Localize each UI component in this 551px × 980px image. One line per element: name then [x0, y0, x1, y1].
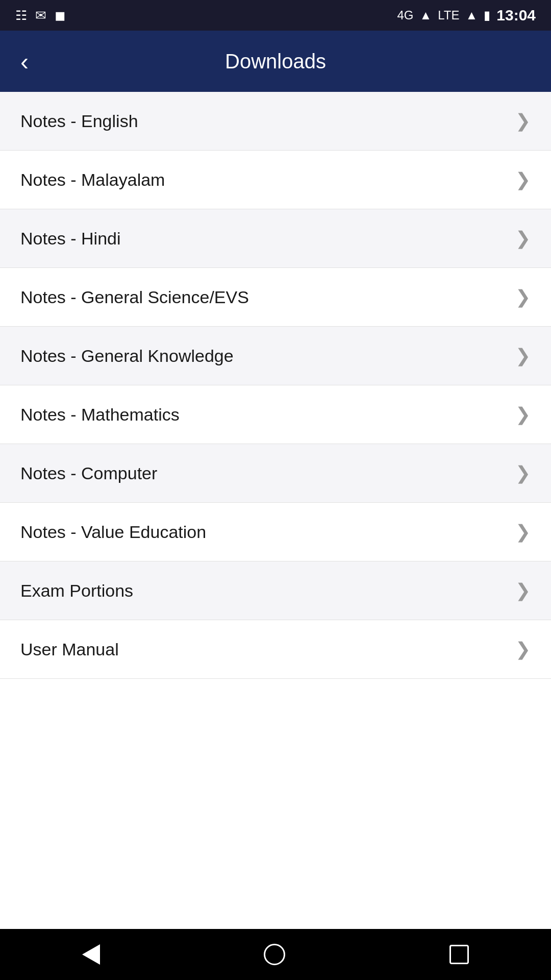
status-bar-left-icons: ☷ ✉ ◼	[15, 8, 66, 23]
list-item[interactable]: Notes - Computer❯	[0, 444, 551, 503]
message-icon: ☷	[15, 8, 27, 23]
chevron-right-icon: ❯	[515, 228, 531, 249]
chevron-right-icon: ❯	[515, 110, 531, 132]
list-item-label: Exam Portions	[20, 581, 133, 601]
lte-label: LTE	[438, 8, 459, 22]
lte-signal-icon: ▲	[466, 8, 478, 22]
time-display: 13:04	[496, 7, 536, 24]
chevron-right-icon: ❯	[515, 404, 531, 425]
chevron-right-icon: ❯	[515, 521, 531, 543]
list-item-label: Notes - Hindi	[20, 229, 121, 249]
chevron-right-icon: ❯	[515, 169, 531, 190]
list-item-label: Notes - Malayalam	[20, 170, 165, 190]
list-item[interactable]: Notes - Mathematics❯	[0, 385, 551, 444]
chevron-right-icon: ❯	[515, 345, 531, 366]
list-item-label: Notes - English	[20, 111, 138, 131]
list-item[interactable]: Exam Portions❯	[0, 561, 551, 620]
chevron-right-icon: ❯	[515, 580, 531, 601]
list-item[interactable]: Notes - Hindi❯	[0, 209, 551, 268]
nav-home-button[interactable]	[264, 944, 285, 965]
list-item[interactable]: Notes - General Science/EVS❯	[0, 268, 551, 327]
back-arrow-icon: ‹	[20, 47, 29, 76]
chevron-right-icon: ❯	[515, 462, 531, 484]
bell-icon: ✉	[35, 8, 46, 23]
chevron-right-icon: ❯	[515, 639, 531, 660]
status-bar: ☷ ✉ ◼ 4G ▲ LTE ▲ ▮ 13:04	[0, 0, 551, 31]
list-item[interactable]: Notes - Malayalam❯	[0, 151, 551, 209]
list-item-label: Notes - General Science/EVS	[20, 287, 249, 307]
recents-square-icon	[449, 945, 469, 964]
chevron-right-icon: ❯	[515, 286, 531, 308]
image-icon: ◼	[55, 8, 66, 23]
list-item[interactable]: Notes - General Knowledge❯	[0, 327, 551, 385]
signal-strength-icon: ▲	[420, 8, 432, 22]
nav-back-button[interactable]	[82, 944, 100, 965]
list-item[interactable]: Notes - English❯	[0, 92, 551, 151]
list-item-label: Notes - Computer	[20, 463, 157, 483]
status-bar-right-icons: 4G ▲ LTE ▲ ▮ 13:04	[397, 7, 536, 24]
list-item[interactable]: Notes - Value Education❯	[0, 503, 551, 561]
list-item-label: Notes - Mathematics	[20, 405, 180, 425]
home-circle-icon	[264, 944, 285, 965]
bottom-nav-bar	[0, 929, 551, 980]
nav-recents-button[interactable]	[449, 945, 469, 964]
back-triangle-icon	[82, 944, 100, 965]
app-bar: ‹ Downloads	[0, 31, 551, 92]
page-title: Downloads	[225, 50, 326, 73]
list-item[interactable]: User Manual❯	[0, 620, 551, 679]
back-button[interactable]: ‹	[15, 42, 34, 81]
list-item-label: Notes - General Knowledge	[20, 346, 234, 366]
signal-4g-label: 4G	[397, 8, 413, 22]
battery-icon: ▮	[484, 8, 490, 22]
downloads-list: Notes - English❯Notes - Malayalam❯Notes …	[0, 92, 551, 679]
list-item-label: User Manual	[20, 640, 119, 659]
list-item-label: Notes - Value Education	[20, 522, 206, 542]
